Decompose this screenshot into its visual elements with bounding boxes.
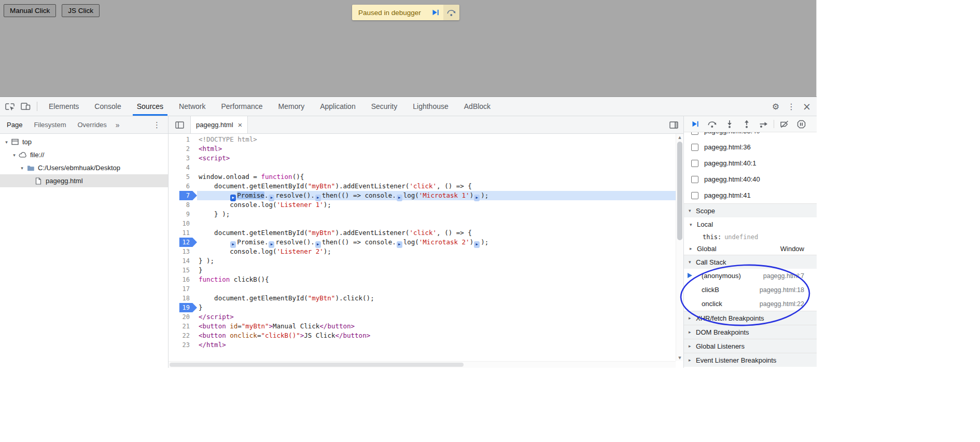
section-dom-breakpoints[interactable]: ▸DOM Breakpoints [684, 325, 817, 339]
line-number-18[interactable]: 18 [169, 294, 197, 303]
expander-icon[interactable]: ▸ [690, 246, 697, 251]
line-number-20[interactable]: 20 [169, 312, 197, 322]
call-stack-frame-anonymous[interactable]: (anonymous)pagegg.html:7 [684, 269, 817, 283]
tab-console[interactable]: Console [87, 97, 129, 116]
more-menu-icon[interactable]: ⋮ [783, 100, 799, 113]
line-number-14[interactable]: 14 [169, 256, 197, 266]
line-number-21[interactable]: 21 [169, 322, 197, 331]
tab-memory[interactable]: Memory [271, 97, 313, 116]
line-number-12[interactable]: 12 [169, 238, 197, 247]
scope-global[interactable]: ▸GlobalWindow [684, 242, 817, 255]
section-global-listeners[interactable]: ▸Global Listeners [684, 339, 817, 353]
expander-icon[interactable]: ▾ [3, 140, 10, 145]
expander-icon[interactable]: ▸ [689, 343, 696, 349]
expander-icon[interactable]: ▸ [689, 315, 696, 321]
navigator-tab-page[interactable]: Page [1, 116, 28, 133]
expander-icon[interactable]: ▸ [689, 329, 696, 335]
banner-step-over-icon[interactable] [443, 5, 459, 20]
step-icon[interactable] [755, 117, 772, 131]
deactivate-breakpoints-icon[interactable] [776, 117, 793, 131]
line-number-2[interactable]: 2 [169, 144, 197, 154]
line-number-3[interactable]: 3 [169, 154, 197, 163]
tab-adblock[interactable]: AdBlock [456, 97, 498, 116]
line-number-13[interactable]: 13 [169, 247, 197, 256]
breakpoint-entry[interactable]: pagegg.html:40:1 [684, 155, 817, 171]
scroll-up-arrow-icon[interactable]: ▲ [676, 134, 683, 141]
close-devtools-icon[interactable]: × [799, 100, 815, 113]
tree-item-file[interactable]: ▾file:// [0, 148, 168, 161]
line-number-22[interactable]: 22 [169, 331, 197, 340]
expander-icon[interactable]: ▾ [689, 259, 696, 265]
line-number-6[interactable]: 6 [169, 182, 197, 191]
tab-performance[interactable]: Performance [213, 97, 270, 116]
device-toolbar-icon[interactable] [18, 100, 33, 113]
breakpoint-checkbox[interactable] [691, 176, 698, 183]
tab-close-icon[interactable]: × [238, 120, 243, 129]
line-number-17[interactable]: 17 [169, 284, 197, 294]
tab-application[interactable]: Application [312, 97, 363, 116]
tab-sources[interactable]: Sources [129, 97, 171, 116]
tree-item-top[interactable]: ▾top [0, 135, 168, 148]
navigator-tab-overrides[interactable]: Overrides [72, 116, 113, 133]
call-stack-frame-onclick[interactable]: onclickpagegg.html:22 [684, 297, 817, 311]
step-over-icon[interactable] [704, 117, 721, 131]
expander-icon[interactable]: ▾ [690, 222, 697, 227]
inspect-icon[interactable] [2, 100, 18, 113]
tab-security[interactable]: Security [363, 97, 405, 116]
toggle-debugger-sidebar-icon[interactable] [666, 118, 681, 132]
editor-horizontal-scrollbar[interactable] [169, 361, 676, 368]
horizontal-scrollbar-thumb[interactable] [170, 363, 464, 367]
tab-elements[interactable]: Elements [41, 97, 87, 116]
tab-network[interactable]: Network [171, 97, 213, 116]
manual-click-button[interactable]: Manual Click [4, 4, 56, 17]
breakpoint-entry[interactable]: pagegg.html:40:40 [684, 171, 817, 187]
section-xhr-fetch-breakpoints[interactable]: ▸XHR/fetch Breakpoints [684, 311, 817, 325]
breakpoint-entry[interactable]: pagegg.html:33:40 [684, 132, 817, 139]
file-tab-pagegg-html[interactable]: pagegg.html × [190, 116, 248, 133]
line-number-10[interactable]: 10 [169, 219, 197, 228]
more-tabs-chevron-icon[interactable]: » [113, 121, 123, 129]
step-out-icon[interactable] [738, 117, 755, 131]
section-event-listener-breakpoints[interactable]: ▸Event Listener Breakpoints [684, 353, 817, 367]
expander-icon[interactable]: ▾ [11, 153, 18, 158]
navigator-tab-filesystem[interactable]: Filesystem [28, 116, 72, 133]
line-number-16[interactable]: 16 [169, 275, 197, 284]
settings-gear-icon[interactable]: ⚙ [768, 100, 783, 113]
line-number-23[interactable]: 23 [169, 340, 197, 350]
breakpoint-entry[interactable]: pagegg.html:41 [684, 187, 817, 203]
breakpoint-checkbox[interactable] [691, 144, 698, 151]
editor-vertical-scrollbar[interactable]: ▲ ▼ [676, 134, 683, 361]
expander-icon[interactable]: ▸ [689, 357, 696, 363]
banner-resume-icon[interactable] [427, 5, 443, 20]
line-number-7[interactable]: 7 [169, 191, 197, 200]
breakpoint-checkbox[interactable] [691, 132, 698, 135]
vertical-scrollbar-thumb[interactable] [677, 142, 682, 240]
line-number-5[interactable]: 5 [169, 172, 197, 182]
line-number-11[interactable]: 11 [169, 228, 197, 238]
resume-icon[interactable] [687, 117, 704, 131]
breakpoint-entry[interactable]: pagegg.html:36 [684, 139, 817, 155]
expander-icon[interactable]: ▾ [689, 208, 696, 213]
expander-icon[interactable]: ▾ [19, 165, 25, 171]
tab-lighthouse[interactable]: Lighthouse [405, 97, 456, 116]
tree-item-c-users-ebmhuak-desktop[interactable]: ▾C:/Users/ebmhuak/Desktop [0, 161, 168, 174]
section-scope[interactable]: ▾Scope [684, 203, 817, 217]
pause-on-exceptions-icon[interactable] [793, 117, 810, 131]
scope-local[interactable]: ▾Local [684, 217, 817, 231]
tree-item-pagegg-html[interactable]: pagegg.html [0, 174, 168, 187]
navigator-menu-icon[interactable]: ⋮ [153, 120, 161, 130]
line-number-8[interactable]: 8 [169, 200, 197, 210]
toggle-navigator-icon[interactable] [172, 118, 187, 132]
step-into-icon[interactable] [721, 117, 738, 131]
line-number-1[interactable]: 1 [169, 135, 197, 144]
breakpoint-checkbox[interactable] [691, 192, 698, 199]
line-number-4[interactable]: 4 [169, 163, 197, 172]
line-number-19[interactable]: 19 [169, 303, 197, 312]
scroll-down-arrow-icon[interactable]: ▼ [676, 354, 683, 361]
line-number-15[interactable]: 15 [169, 266, 197, 275]
call-stack-frame-clickb[interactable]: clickBpagegg.html:18 [684, 283, 817, 297]
js-click-button[interactable]: JS Click [62, 4, 100, 17]
breakpoint-checkbox[interactable] [691, 160, 698, 167]
section-call-stack[interactable]: ▾Call Stack [684, 255, 817, 269]
line-number-9[interactable]: 9 [169, 210, 197, 219]
